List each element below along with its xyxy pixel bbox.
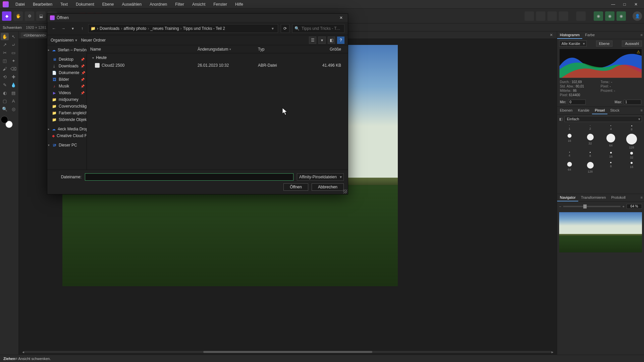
brush-panel-menu-icon[interactable]: ≡ bbox=[641, 108, 643, 113]
menu-ebene[interactable]: Ebene bbox=[99, 1, 117, 8]
breadcrumb[interactable]: 📁› Downloads› affinity photo› _neues Tra… bbox=[88, 24, 278, 33]
filename-input[interactable] bbox=[85, 173, 293, 181]
foreground-color-icon[interactable] bbox=[1, 116, 8, 123]
menu-bearbeiten[interactable]: Bearbeiten bbox=[30, 1, 56, 8]
zoom-slider[interactable] bbox=[563, 206, 620, 207]
brush-preset[interactable]: 8 bbox=[603, 162, 620, 173]
blur-tool-icon[interactable]: 💧 bbox=[9, 81, 17, 88]
nav-back-button[interactable]: ← bbox=[51, 25, 57, 32]
brush-preset[interactable]: 64 bbox=[561, 162, 578, 173]
minimize-button[interactable]: — bbox=[608, 1, 619, 8]
brush-preset[interactable]: 32 bbox=[582, 134, 599, 149]
zoom-in-icon[interactable]: + bbox=[623, 204, 625, 208]
column-size[interactable]: Größe bbox=[304, 45, 348, 53]
tone-persona-icon[interactable]: ⬓ bbox=[36, 11, 46, 21]
nav-up-button[interactable]: ↑ bbox=[79, 25, 86, 32]
brush-preset[interactable]: 64 bbox=[603, 134, 620, 149]
channel-select[interactable]: Alle Kanäle bbox=[559, 41, 587, 47]
menu-text[interactable]: Text bbox=[57, 1, 71, 8]
histogram-ebene-button[interactable]: Ebene bbox=[596, 41, 613, 47]
tab-protokoll[interactable]: Protokoll bbox=[608, 194, 628, 201]
tab-kanaele[interactable]: Kanäle bbox=[575, 107, 592, 114]
file-row[interactable]: Cloud2 2500 26.01.2023 10:32 ABR-Datei 4… bbox=[87, 61, 348, 69]
menu-anordnen[interactable]: Anordnen bbox=[146, 1, 170, 8]
picker-tool-icon[interactable]: ◎ bbox=[9, 105, 17, 113]
sidebar-item-stoerend[interactable]: 📁Störende Objekt bbox=[47, 116, 87, 123]
corner-tool-icon[interactable]: ⤾ bbox=[9, 41, 17, 48]
canvas-hscroll[interactable]: ◂ ▸ bbox=[19, 350, 557, 354]
menu-ansicht[interactable]: Ansicht bbox=[189, 1, 209, 8]
color-swatch[interactable] bbox=[1, 116, 14, 128]
column-type[interactable]: Typ bbox=[255, 45, 304, 53]
text-tool-icon[interactable]: A bbox=[9, 97, 17, 105]
liquify-persona-icon[interactable]: 🖐 bbox=[13, 11, 23, 21]
brush-preset[interactable]: 16 bbox=[561, 134, 578, 149]
sidebar-item-midjourney[interactable]: 📁midjourney bbox=[47, 96, 87, 103]
menu-datei[interactable]: Datei bbox=[12, 1, 28, 8]
erase-tool-icon[interactable]: ⌫ bbox=[9, 65, 17, 72]
flood-tool-icon[interactable]: ✦ bbox=[9, 57, 17, 64]
min-input[interactable] bbox=[568, 100, 586, 105]
brush-preset[interactable]: 128 bbox=[582, 162, 599, 173]
dialog-close-button[interactable]: ✕ bbox=[337, 15, 345, 20]
brush-preset[interactable]: 16 bbox=[623, 162, 640, 173]
selection-tool-icon[interactable]: ▭ bbox=[9, 49, 17, 56]
close-button[interactable]: ✕ bbox=[631, 1, 641, 8]
sidebar-item-desktop[interactable]: 🖥Desktop📌 bbox=[47, 56, 87, 63]
menu-auswaehlen[interactable]: Auswählen bbox=[118, 1, 145, 8]
menu-hilfe[interactable]: Hilfe bbox=[232, 1, 247, 8]
sidebar-item-4eck[interactable]: ▸☁4eck Media Drop bbox=[47, 126, 87, 132]
marquee-tool-icon[interactable]: ◫ bbox=[1, 57, 9, 64]
close-tab-button[interactable]: ✕ bbox=[548, 33, 555, 37]
node-tool-icon[interactable]: ↗ bbox=[1, 41, 9, 48]
brush-preset[interactable]: 8 bbox=[582, 152, 599, 159]
organize-menu[interactable]: Organisieren▾ bbox=[51, 38, 77, 43]
maximize-button[interactable]: □ bbox=[619, 1, 630, 8]
view-mode-button[interactable]: ☰ bbox=[309, 37, 316, 44]
toolbar-slot-1[interactable] bbox=[525, 11, 534, 21]
sidebar-item-musik[interactable]: ♪Musik📌 bbox=[47, 83, 87, 89]
toolbar-slot-2[interactable] bbox=[536, 11, 545, 21]
navigator-thumbnail[interactable] bbox=[559, 212, 642, 252]
search-input[interactable]: 🔍 Tipps und Tricks - Teil 2 durc… bbox=[292, 24, 344, 33]
toolbar-slot-5[interactable] bbox=[576, 11, 586, 21]
sidebar-item-dokumente[interactable]: 📄Dokumente📌 bbox=[47, 69, 87, 76]
tab-farbe[interactable]: Farbe bbox=[582, 32, 597, 39]
shape-tool-icon[interactable]: ▢ bbox=[1, 97, 9, 105]
brush-preset[interactable]: 4 bbox=[603, 125, 620, 131]
gradient-tool-icon[interactable]: ▤ bbox=[9, 89, 17, 97]
refresh-button[interactable]: ⟳ bbox=[281, 24, 289, 33]
zoom-out-icon[interactable]: − bbox=[559, 204, 561, 208]
view-mode-dropdown[interactable]: ▾ bbox=[318, 37, 326, 44]
breadcrumb-dropdown-icon[interactable]: ▾ bbox=[270, 26, 276, 31]
pen-tool-icon[interactable]: ✎ bbox=[1, 81, 9, 88]
toolbar-slot-4[interactable] bbox=[559, 11, 568, 21]
brush-preset[interactable]: 8 bbox=[623, 125, 640, 131]
filetype-select[interactable]: Affinity-Pinseldateien bbox=[297, 173, 344, 181]
menu-dokument[interactable]: Dokument bbox=[72, 1, 98, 8]
toolbar-slot-3[interactable] bbox=[547, 11, 557, 21]
heal-tool-icon[interactable]: ✚ bbox=[9, 73, 17, 80]
brush-preset[interactable]: 128 bbox=[623, 134, 640, 149]
brush-category-select[interactable]: Einfach bbox=[565, 116, 642, 122]
dialog-titlebar[interactable]: Öffnen ✕ bbox=[47, 14, 348, 22]
menu-filter[interactable]: Filter bbox=[172, 1, 187, 8]
cancel-button[interactable]: Abbrechen bbox=[312, 183, 344, 191]
nav-forward-button[interactable]: → bbox=[60, 25, 67, 32]
breadcrumb-item[interactable]: affinity photo› bbox=[123, 26, 149, 31]
snapping-2-icon[interactable]: ◉ bbox=[605, 11, 614, 21]
preview-pane-button[interactable]: ◧ bbox=[328, 37, 335, 44]
zoom-tool-icon[interactable]: 🔍 bbox=[1, 105, 9, 113]
group-header-heute[interactable]: ▾Heute bbox=[87, 53, 348, 61]
help-button[interactable]: ? bbox=[337, 37, 344, 44]
sidebar-item-bilder[interactable]: 🖼Bilder📌 bbox=[47, 76, 87, 83]
sidebar-item-personal[interactable]: ▸☁Stefan – Persönl bbox=[47, 47, 87, 53]
hand-tool-icon[interactable]: ✋ bbox=[1, 33, 9, 40]
tab-histogramm[interactable]: Histogramm bbox=[557, 32, 582, 39]
hscroll-thumb[interactable] bbox=[203, 351, 372, 353]
resize-grip-icon[interactable] bbox=[343, 189, 347, 193]
tab-navigator[interactable]: Navigator bbox=[557, 194, 578, 201]
move-tool-icon[interactable]: ↖ bbox=[9, 33, 17, 40]
sidebar-item-videos[interactable]: ▶Videos📌 bbox=[47, 89, 87, 96]
develop-persona-icon[interactable]: ⚙ bbox=[25, 11, 34, 21]
